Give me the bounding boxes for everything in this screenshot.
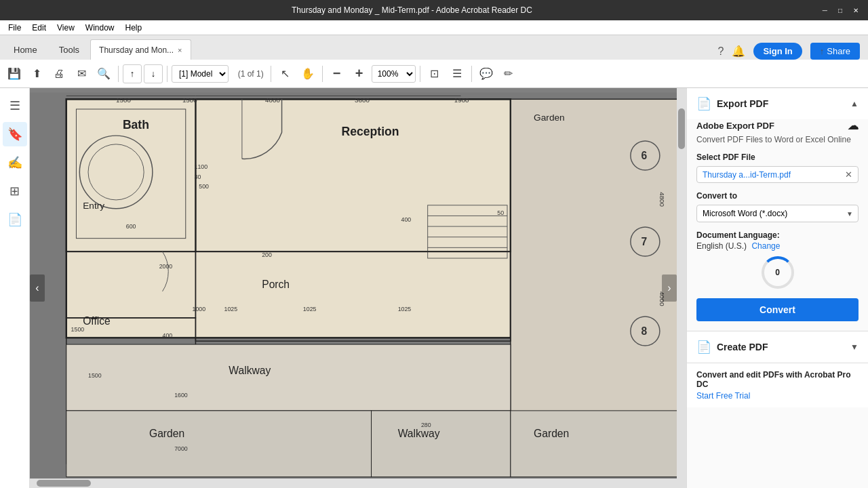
sidebar-bookmark-icon[interactable]: 🔖 <box>3 122 27 146</box>
promo-title: Convert and edit PDFs with Acrobat Pro D… <box>696 370 859 389</box>
save-button[interactable]: 💾 <box>4 64 24 84</box>
help-icon[interactable]: ? <box>718 45 724 58</box>
print-button[interactable]: 🖨 <box>49 64 69 84</box>
right-panel: 📄 Export PDF ▲ Adobe Export PDF ☁ Conver… <box>686 88 868 488</box>
menu-window[interactable]: Window <box>80 20 120 35</box>
export-pdf-title: Export PDF <box>717 98 845 109</box>
sidebar-page-icon[interactable]: 📄 <box>3 207 27 232</box>
file-chip-close[interactable]: ✕ <box>845 169 852 180</box>
menu-help[interactable]: Help <box>120 20 148 35</box>
export-pdf-body: Adobe Export PDF ☁ Convert PDF Files to … <box>687 119 868 331</box>
promo-box: Convert and edit PDFs with Acrobat Pro D… <box>687 363 868 407</box>
cursor-tool-button[interactable]: ↖ <box>275 64 296 84</box>
toolbar-sep-5 <box>420 66 420 82</box>
tab-home[interactable]: Home <box>3 39 48 60</box>
toolbar-sep-2 <box>167 66 167 82</box>
h-scroll-thumb[interactable] <box>37 480 91 487</box>
floor-plan-svg: Bath Reception Entry Garden Office Porch… <box>30 88 686 488</box>
page-up-button[interactable]: ↑ <box>123 64 142 83</box>
zoom-in-button[interactable]: + <box>349 64 370 84</box>
scroll-mode-button[interactable]: ☰ <box>447 64 467 84</box>
spinner-wrap: 0 <box>696 256 859 289</box>
zoom-out-button[interactable]: − <box>327 64 347 84</box>
minimize-button[interactable]: ─ <box>818 7 831 14</box>
sidebar-signature-icon[interactable]: ✍ <box>3 150 27 175</box>
svg-text:280: 280 <box>421 422 431 428</box>
tab-tools[interactable]: Tools <box>48 39 90 60</box>
search-button[interactable]: 🔍 <box>94 64 114 84</box>
create-pdf-expand-icon[interactable]: ▼ <box>850 342 859 352</box>
vertical-scrollbar[interactable] <box>677 88 686 488</box>
menu-file[interactable]: File <box>3 20 26 35</box>
svg-text:500: 500 <box>199 183 209 190</box>
svg-rect-17 <box>66 344 511 411</box>
svg-text:Reception: Reception <box>342 125 399 138</box>
export-pdf-header[interactable]: 📄 Export PDF ▲ <box>687 88 868 119</box>
toolbar-sep-1 <box>118 66 119 82</box>
pdf-viewer[interactable]: ‹ › <box>30 88 686 488</box>
horizontal-scrollbar[interactable] <box>30 479 677 488</box>
svg-text:Entry: Entry <box>83 201 104 211</box>
sidebar-layers-icon[interactable]: ⊞ <box>3 179 27 203</box>
pen-button[interactable]: ✏ <box>498 64 519 84</box>
svg-text:Garden: Garden <box>534 428 569 439</box>
close-button[interactable]: ✕ <box>849 7 863 14</box>
comment-button[interactable]: 💬 <box>476 64 496 84</box>
svg-text:1500: 1500 <box>88 372 102 379</box>
menu-view[interactable]: View <box>52 20 80 35</box>
doc-lang-label: Document Language: <box>696 230 859 240</box>
model-selector[interactable]: [1] Model <box>172 65 229 83</box>
title-text: Thursday and Monday _ Mid-Term.pdf - Ado… <box>5 5 818 15</box>
menu-edit[interactable]: Edit <box>26 20 52 35</box>
fit-page-button[interactable]: ⊡ <box>425 64 445 84</box>
create-pdf-section: 📄 Create PDF ▼ <box>687 331 868 363</box>
change-language-link[interactable]: Change <box>751 241 780 251</box>
tab-bar: Home Tools Thursday and Mon... × ? 🔔 Sig… <box>0 35 868 60</box>
svg-text:6: 6 <box>642 150 648 161</box>
svg-rect-19 <box>372 411 511 477</box>
svg-text:400: 400 <box>163 332 173 339</box>
share-icon: ↑ <box>820 46 825 56</box>
svg-text:50: 50 <box>497 209 504 216</box>
svg-text:4000: 4000 <box>265 96 280 104</box>
menu-bar: File Edit View Window Help <box>0 20 868 35</box>
svg-text:Office: Office <box>83 315 111 327</box>
title-bar: Thursday and Monday _ Mid-Term.pdf - Ado… <box>0 0 868 20</box>
tab-document[interactable]: Thursday and Mon... × <box>90 39 191 60</box>
toolbar: 💾 ⬆ 🖨 ✉ 🔍 ↑ ↓ [1] Model (1 of 1) ↖ ✋ − +… <box>0 60 868 88</box>
svg-text:1500: 1500 <box>182 96 197 104</box>
svg-rect-20 <box>511 411 683 477</box>
zoom-selector[interactable]: 100% 75% 125% 150% <box>372 65 416 83</box>
file-chip: Thursday a...id-Term.pdf ✕ <box>696 166 859 183</box>
adobe-cloud-icon: ☁ <box>848 119 859 132</box>
svg-rect-18 <box>66 411 372 477</box>
mail-button[interactable]: ✉ <box>71 64 92 84</box>
doc-lang-value-row: English (U.S.) Change <box>696 241 859 251</box>
start-free-trial-link[interactable]: Start Free Trial <box>696 391 750 401</box>
hand-tool-button[interactable]: ✋ <box>298 64 318 84</box>
toolbar-sep-4 <box>322 66 323 82</box>
page-down-button[interactable]: ↓ <box>144 64 163 83</box>
svg-text:1025: 1025 <box>303 306 317 312</box>
bell-icon[interactable]: 🔔 <box>732 45 745 58</box>
tab-close-button[interactable]: × <box>178 46 182 54</box>
spinner-label: 0 <box>775 268 780 277</box>
convert-button[interactable]: Convert <box>696 298 859 321</box>
convert-select[interactable]: Microsoft Word (*.docx) Microsoft Excel … <box>696 205 859 222</box>
export-pdf-icon: 📄 <box>696 96 711 111</box>
upload-button[interactable]: ⬆ <box>26 64 47 84</box>
scroll-thumb[interactable] <box>678 108 685 149</box>
svg-text:Garden: Garden <box>534 113 565 123</box>
svg-text:7000: 7000 <box>174 445 188 452</box>
pdf-next-arrow[interactable]: › <box>662 274 677 302</box>
export-pdf-collapse-icon[interactable]: ▲ <box>850 99 859 108</box>
page-info: (1 of 1) <box>231 69 267 79</box>
svg-text:400: 400 <box>401 216 412 223</box>
sign-in-button[interactable]: Sign In <box>753 43 802 60</box>
create-pdf-header[interactable]: 📄 Create PDF ▼ <box>687 331 868 363</box>
sidebar-tools-icon[interactable]: ☰ <box>3 94 27 118</box>
create-pdf-icon: 📄 <box>696 340 711 354</box>
share-button[interactable]: ↑ Share <box>810 43 860 60</box>
maximize-button[interactable]: □ <box>834 7 846 14</box>
pdf-prev-arrow[interactable]: ‹ <box>30 274 45 302</box>
